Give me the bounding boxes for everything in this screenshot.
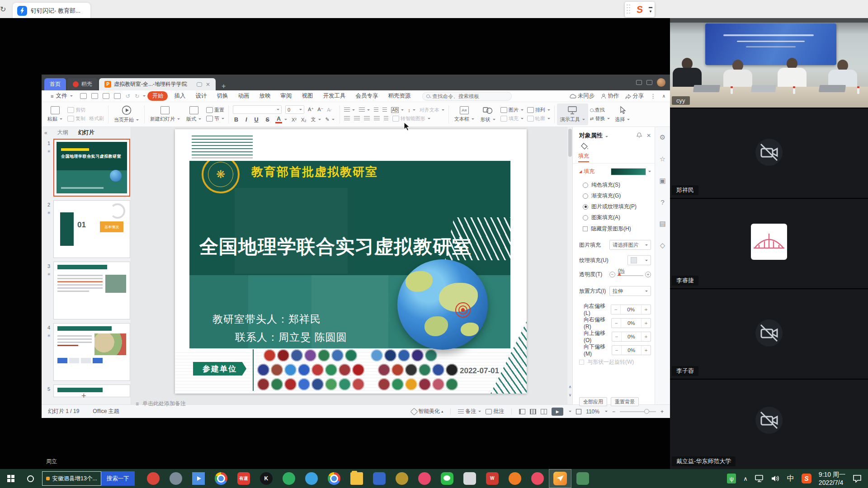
- participant-tile[interactable]: 李子蓉: [670, 289, 868, 379]
- taskbar-search-button[interactable]: 搜索一下: [101, 471, 135, 486]
- menu-insert[interactable]: 插入: [170, 91, 190, 101]
- play-from-current-button[interactable]: 当页开始: [111, 103, 142, 125]
- expand-caret-icon[interactable]: ▼: [649, 10, 652, 14]
- zoom-in-button[interactable]: +: [660, 408, 664, 415]
- menu-review[interactable]: 审阅: [276, 91, 296, 101]
- zoom-slider[interactable]: [620, 411, 656, 412]
- zoom-caret[interactable]: [605, 411, 608, 412]
- notification-center-icon[interactable]: [853, 474, 862, 483]
- news-widget[interactable]: 安徽泗县增13个...: [42, 471, 101, 486]
- justify-icon[interactable]: [374, 116, 380, 121]
- section-button[interactable]: 节: [206, 115, 224, 122]
- new-slide-button[interactable]: 新建幻灯片: [147, 103, 183, 125]
- save-icon[interactable]: [80, 93, 87, 99]
- sync-status[interactable]: 未同步: [569, 92, 595, 100]
- slide-1[interactable]: ❋ 教育部首批虚拟教研室 全国地理学联合实习虚拟教研室 教研室带头人：郑祥民 联…: [175, 129, 527, 394]
- notes-bar[interactable]: ≡单击此处添加备注: [136, 400, 186, 408]
- selection-pane-icon[interactable]: ▣: [659, 177, 665, 185]
- print-icon[interactable]: [103, 93, 109, 99]
- comment-bubble-icon[interactable]: [197, 82, 202, 87]
- taskbar-app-icon[interactable]: 有道: [232, 469, 255, 488]
- participant-tile[interactable]: 郑祥民: [670, 108, 868, 198]
- reset-background-button[interactable]: 重置背景: [611, 397, 639, 406]
- copy-button[interactable]: 复制: [67, 115, 85, 122]
- slide-canvas[interactable]: ❋ 教育部首批虚拟教研室 全国地理学联合实习虚拟教研室 教研室带头人：郑祥民 联…: [131, 127, 567, 404]
- snip-tool-icon[interactable]: S: [630, 3, 649, 16]
- taskbar-clock[interactable]: 9:10 周一2022/7/4: [819, 470, 845, 487]
- taskbar-app-icon[interactable]: [323, 469, 345, 488]
- decrease-indent-icon[interactable]: [374, 108, 378, 113]
- pin-icon[interactable]: [637, 132, 642, 138]
- taskbar-app-icon[interactable]: [504, 469, 526, 488]
- zoom-knob[interactable]: [644, 409, 649, 414]
- offset-bottom-stepper[interactable]: −0%+: [612, 345, 651, 355]
- menu-design[interactable]: 设计: [191, 91, 211, 101]
- taskbar-app-icon[interactable]: W: [481, 469, 504, 488]
- help-icon[interactable]: ?: [660, 198, 664, 206]
- textbox-button[interactable]: A≡文本框: [451, 103, 477, 125]
- menu-slideshow[interactable]: 放映: [255, 91, 275, 101]
- zoom-out-button[interactable]: −: [612, 408, 615, 415]
- play-options-caret[interactable]: [569, 411, 571, 412]
- participant-tile[interactable]: 李睿捷: [670, 199, 868, 288]
- highlighter-button[interactable]: ✎: [326, 117, 335, 122]
- format-painter-button[interactable]: 格式刷: [89, 115, 104, 122]
- new-tab-button[interactable]: +: [222, 82, 226, 90]
- reading-view-icon[interactable]: [541, 409, 547, 414]
- snip-widget-controls[interactable]: ▬▼: [649, 5, 652, 14]
- increase-font-icon[interactable]: A⁺: [308, 107, 314, 113]
- align-text-button[interactable]: 对齐文本: [420, 107, 444, 113]
- hide-background-checkbox[interactable]: 隐藏背景图形(H): [583, 225, 651, 233]
- taskbar-app-icon[interactable]: K: [255, 469, 278, 488]
- menu-devtools[interactable]: 开发工具: [318, 91, 350, 101]
- snip-tray-icon[interactable]: S: [802, 474, 811, 483]
- workspace-icon[interactable]: [646, 80, 652, 85]
- taskbar-app-icon[interactable]: [142, 469, 165, 488]
- share-button[interactable]: 分享: [625, 92, 644, 100]
- participant-tile-video[interactable]: cyy: [670, 18, 868, 108]
- tab-document-active[interactable]: P 虚拟教研室-全...-地理科学学院 ✕: [99, 78, 216, 90]
- command-search-box[interactable]: [422, 92, 512, 101]
- placement-select[interactable]: 拉伸: [609, 286, 651, 296]
- usb-device-icon[interactable]: ψ: [727, 474, 736, 483]
- refresh-icon[interactable]: ↻: [0, 5, 6, 14]
- slide-thumbnail-2[interactable]: 01 基本情况: [53, 200, 130, 258]
- find-button[interactable]: 查找: [590, 107, 610, 113]
- fill-option-gradient[interactable]: 渐变填充(G): [583, 192, 651, 200]
- line-spacing-button[interactable]: ↕: [408, 108, 415, 113]
- normal-view-icon[interactable]: [519, 409, 525, 414]
- tab-outline[interactable]: 大纲: [57, 129, 68, 136]
- menu-transition[interactable]: 切换: [212, 91, 232, 101]
- file-menu[interactable]: ≡文件: [46, 91, 77, 101]
- menu-home[interactable]: 开始: [147, 91, 168, 101]
- undo-icon[interactable]: ↺: [123, 93, 132, 99]
- collapse-panel-icon[interactable]: «: [44, 130, 47, 136]
- superscript-button[interactable]: X²: [292, 117, 297, 122]
- menu-animation[interactable]: 动画: [233, 91, 254, 101]
- fill-option-picture[interactable]: 图片或纹理填充(P): [583, 203, 651, 211]
- offset-top-stepper[interactable]: −0%+: [612, 332, 651, 342]
- notes-handle-icon[interactable]: ≡: [136, 401, 139, 407]
- taskbar-app-icon[interactable]: [391, 469, 413, 488]
- decrease-font-icon[interactable]: A⁻: [317, 107, 323, 113]
- shapes-button[interactable]: 形状: [477, 103, 499, 125]
- tab-docer[interactable]: 稻壳: [67, 78, 98, 90]
- more-menu-icon[interactable]: ⋮: [650, 93, 656, 99]
- distribute-icon[interactable]: [384, 116, 388, 121]
- user-avatar[interactable]: [657, 78, 665, 87]
- menu-member[interactable]: 会员专享: [351, 91, 382, 101]
- add-slide-button[interactable]: +: [81, 391, 86, 401]
- shape-tools-icon[interactable]: ◇: [660, 241, 665, 249]
- strikethrough-button[interactable]: S: [264, 117, 271, 123]
- taskbar-app-icon[interactable]: [458, 469, 481, 488]
- tab-home[interactable]: 首页: [44, 78, 66, 90]
- fill-option-solid[interactable]: 纯色填充(S): [583, 181, 651, 189]
- italic-button[interactable]: I: [244, 117, 248, 123]
- texture-fill-select[interactable]: [627, 255, 651, 265]
- taskbar-app-icon[interactable]: [165, 469, 187, 488]
- print-preview-icon[interactable]: [114, 93, 121, 99]
- minus-icon[interactable]: −: [609, 272, 615, 277]
- participant-tile[interactable]: 戴立益-华东师范大学: [670, 380, 868, 469]
- collapse-ribbon-icon[interactable]: ∧: [662, 94, 665, 99]
- minimize-bar-icon[interactable]: ▬: [649, 5, 652, 9]
